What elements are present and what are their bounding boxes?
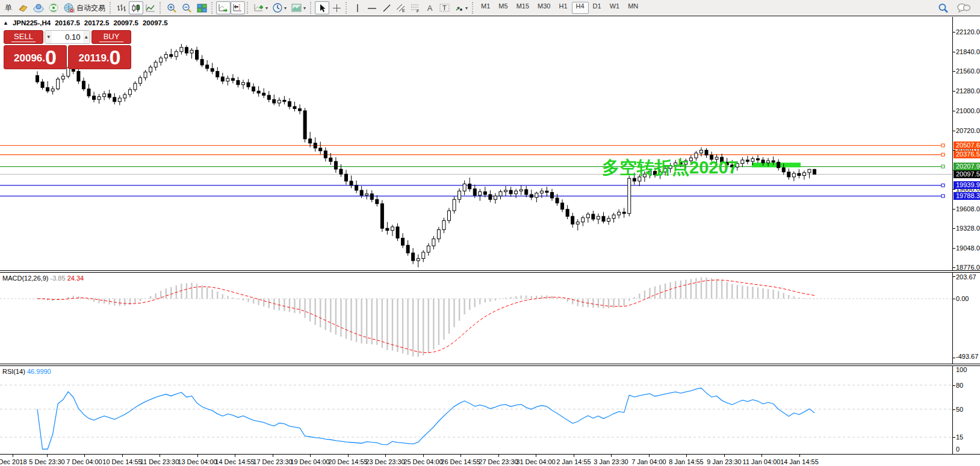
label-tool-button[interactable]: T: [437, 1, 452, 14]
arrows-tool-button[interactable]: ▾: [452, 1, 470, 14]
rsi-pane[interactable]: [0, 366, 952, 454]
time-label: 11 Jan 04:00: [743, 458, 781, 465]
indicators-button[interactable]: ▾: [252, 1, 270, 14]
vertical-line-tool-button[interactable]: [350, 1, 365, 14]
signals-button[interactable]: [46, 1, 61, 14]
candle-body: [808, 169, 811, 173]
time-label: Dec 2018: [0, 458, 27, 465]
autotrading-button[interactable]: 自动交易: [61, 1, 108, 14]
macd-label: MACD(12,26,9) -3.85 24.34: [2, 275, 84, 282]
bar-chart-mode-button[interactable]: [114, 1, 129, 14]
trendline-tool-button[interactable]: [379, 1, 394, 14]
candle-body: [802, 173, 805, 176]
macd-axis[interactable]: 203.670.00-493.67: [952, 273, 980, 364]
current-price-chip: 20097.5: [954, 170, 980, 178]
candle-body: [303, 111, 306, 139]
chart-annotation-text[interactable]: 多空转折点20207: [602, 156, 738, 180]
candlestick-mode-button[interactable]: [129, 1, 143, 14]
fibonacci-tool-button[interactable]: F: [408, 1, 423, 14]
volume-decrease-button[interactable]: ▼: [45, 31, 52, 43]
timeframe-m1-button[interactable]: M1: [477, 2, 494, 14]
macd-value: -3.85: [50, 275, 65, 282]
price-line-chip: 19788.3: [954, 192, 980, 200]
dropdown-caret: ▾: [284, 5, 287, 11]
channel-tool-button[interactable]: E: [394, 1, 408, 14]
candle-body: [391, 227, 394, 231]
buy-price-box[interactable]: 20119.0: [68, 45, 131, 69]
sell-price-box[interactable]: 20096.0: [4, 45, 67, 69]
dropdown-caret: ▾: [303, 5, 306, 11]
candle-body: [448, 211, 451, 220]
svg-text:E: E: [402, 8, 405, 13]
rsi-axis[interactable]: 1008050150: [952, 366, 980, 454]
candle-body: [592, 214, 595, 219]
market-watch-icon-button[interactable]: [16, 1, 31, 14]
timeframe-h1-button[interactable]: H1: [554, 2, 571, 14]
auto-scroll-icon: [219, 4, 228, 13]
time-axis[interactable]: Dec 20185 Dec 23:307 Dec 04:0010 Dec 14:…: [0, 454, 980, 466]
time-label: 10 Dec 14:55: [102, 458, 141, 465]
candle-body: [571, 216, 574, 224]
candle-body: [556, 198, 559, 203]
search-button[interactable]: [935, 1, 951, 14]
candle-body: [535, 193, 538, 197]
crosshair-tool-button[interactable]: [329, 1, 344, 14]
horizontal-line-tool-button[interactable]: [365, 1, 379, 14]
cursor-tool-button[interactable]: [315, 1, 329, 14]
timeframe-m15-button[interactable]: M15: [512, 2, 533, 14]
chat-bubbles-icon: [957, 3, 970, 13]
candle-body: [334, 161, 337, 169]
candle-body: [545, 191, 548, 192]
price-tick-label: 20720.0: [956, 127, 980, 134]
zoom-out-button[interactable]: [179, 1, 194, 14]
candle-body: [499, 191, 502, 196]
macd-scale-label: 0.00: [956, 295, 969, 302]
candle-body: [540, 191, 543, 193]
sell-button[interactable]: SELL: [4, 30, 43, 44]
candle-body: [345, 174, 348, 181]
templates-button[interactable]: ▾: [289, 1, 308, 14]
candle-body: [525, 190, 528, 194]
tile-windows-button[interactable]: [194, 1, 209, 14]
time-tick: [498, 455, 499, 457]
time-tick: [536, 455, 536, 457]
rsi-scale-label: 100: [956, 366, 967, 373]
price-tick-label: 21000.0: [956, 107, 980, 114]
timeframe-w1-button[interactable]: W1: [606, 2, 624, 14]
macd-pane[interactable]: [0, 273, 952, 364]
timeframe-m30-button[interactable]: M30: [533, 2, 554, 14]
timeframe-h4-button[interactable]: H4: [572, 2, 589, 14]
volume-input[interactable]: [52, 31, 82, 43]
chat-button[interactable]: [955, 1, 973, 14]
zoom-in-button[interactable]: [164, 1, 179, 14]
fibonacci-icon: F: [411, 3, 420, 13]
candle-body: [406, 245, 409, 253]
volume-increase-button[interactable]: ▲: [83, 31, 90, 43]
candle-body: [432, 239, 435, 246]
new-order-button[interactable]: 单: [1, 1, 16, 14]
buy-button[interactable]: BUY: [91, 30, 131, 44]
price-axis[interactable]: 22120.021840.021560.021280.021000.020720…: [952, 17, 980, 270]
auto-scroll-button[interactable]: [216, 1, 231, 14]
timeframe-m5-button[interactable]: M5: [494, 2, 512, 14]
svg-text:T: T: [442, 4, 447, 11]
green-rectangle-object[interactable]: [752, 163, 801, 167]
candle-body: [519, 190, 523, 191]
candle-body: [36, 75, 39, 82]
candle-body: [422, 252, 425, 259]
line-chart-mode-button[interactable]: [143, 1, 158, 14]
dropdown-caret: ▾: [465, 5, 468, 11]
main-price-pane[interactable]: [0, 17, 952, 270]
market-button[interactable]: [31, 1, 46, 14]
chart-shift-button[interactable]: [231, 1, 245, 14]
rsi-value: 46.9990: [27, 368, 51, 375]
candle-body: [206, 65, 209, 69]
symbol-name: JPN225-,H4: [13, 19, 51, 26]
candle-body: [273, 99, 276, 103]
timeframe-d1-button[interactable]: D1: [589, 2, 606, 14]
candle-body: [798, 173, 801, 176]
periods-button[interactable]: ▾: [270, 1, 289, 14]
text-tool-button[interactable]: A: [423, 1, 437, 14]
timeframe-mn-button[interactable]: MN: [624, 2, 642, 14]
candle-body: [551, 193, 554, 198]
